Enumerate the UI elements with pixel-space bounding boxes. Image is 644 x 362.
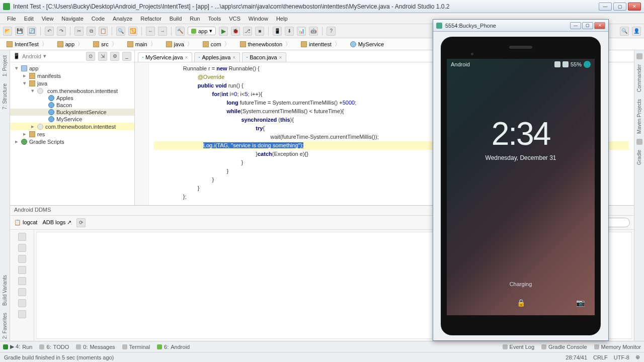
gear-icon[interactable]: ⚙	[110, 52, 119, 61]
commander-icon[interactable]	[636, 53, 642, 59]
tab-apples[interactable]: Apples.java×	[194, 52, 240, 62]
tree-buckysintentservice[interactable]: BuckysIntentService	[10, 109, 134, 116]
close-tab-icon[interactable]: ×	[279, 55, 282, 60]
phone-screen[interactable]: Android 55% 2:34 Wednesday, December 31 …	[447, 59, 595, 315]
tree-bacon[interactable]: Bacon	[10, 102, 134, 109]
paste-icon[interactable]: 📋	[99, 27, 108, 36]
sidebar-commander[interactable]: Commander	[636, 62, 642, 94]
emu-minimize[interactable]: —	[570, 22, 581, 29]
sidebar-maven[interactable]: Maven Projects	[636, 97, 642, 136]
close-tab-icon[interactable]: ×	[232, 55, 235, 60]
undo-icon[interactable]: ↶	[45, 27, 54, 36]
hide-icon[interactable]: ⎯	[122, 52, 131, 61]
close-button[interactable]: ✕	[628, 3, 641, 11]
crumb-app[interactable]: app〉	[54, 39, 88, 49]
phone-shortcut-icon[interactable]	[457, 298, 466, 307]
sidebar-gradle[interactable]: Gradle	[636, 148, 642, 167]
encoding[interactable]: UTF-8	[614, 354, 629, 360]
minimize-button[interactable]: —	[599, 3, 612, 11]
crumb-com[interactable]: com〉	[199, 39, 234, 49]
tree-myservice[interactable]: MyService	[10, 116, 134, 123]
cut-icon[interactable]: ✂	[74, 27, 84, 36]
collapse-icon[interactable]: ⇲	[98, 52, 107, 61]
toolwin-eventlog[interactable]: Event Log	[503, 344, 535, 350]
help-icon[interactable]: ?	[327, 27, 336, 36]
open-icon[interactable]: 📂	[3, 27, 12, 36]
tree-pkg1[interactable]: ▾com.thenewboston.intenttest	[10, 87, 134, 95]
tab-bacon[interactable]: Bacon.java×	[242, 52, 286, 62]
side-btn[interactable]	[18, 277, 26, 285]
monitor-icon[interactable]: 📊	[297, 27, 306, 36]
tab-myservice[interactable]: MyService.java×	[138, 52, 192, 62]
tab-adblogs[interactable]: ADB logs ↗	[42, 219, 71, 226]
toolwin-gradleconsole[interactable]: Gradle Console	[541, 344, 587, 350]
make-icon[interactable]: 🔨	[176, 27, 185, 36]
toolwin-todo[interactable]: 6: TODO	[39, 344, 69, 350]
menu-analyze[interactable]: Analyze	[109, 15, 136, 23]
sidebar-project[interactable]: 1: Project	[2, 53, 8, 78]
menu-refactor[interactable]: Refactor	[136, 15, 166, 23]
tree-app[interactable]: ▾app	[10, 64, 134, 72]
find-icon[interactable]: 🔍	[116, 27, 125, 36]
side-btn[interactable]	[18, 299, 26, 307]
menu-view[interactable]: View	[38, 15, 58, 23]
side-btn[interactable]	[18, 310, 26, 318]
maximize-button[interactable]: ▢	[613, 3, 626, 11]
tree-gradle[interactable]: ▸Gradle Scripts	[10, 138, 134, 145]
copy-icon[interactable]: ⧉	[87, 27, 96, 36]
stop-icon[interactable]: ■	[255, 27, 264, 36]
menu-navigate[interactable]: Navigate	[57, 15, 87, 23]
tree-apples[interactable]: Apples	[10, 95, 134, 102]
debug-button[interactable]: 🐞	[231, 27, 240, 36]
crumb-java[interactable]: java〉	[163, 39, 197, 49]
tree-res[interactable]: ▸res	[10, 130, 134, 138]
toolwin-run[interactable]: ▶ 4: Run	[3, 343, 32, 350]
search-everywhere-icon[interactable]: 🔍	[620, 27, 629, 36]
tree-java[interactable]: ▾java	[10, 79, 134, 87]
crumb-project[interactable]: IntentTest〉	[3, 39, 52, 49]
menu-run[interactable]: Run	[186, 15, 204, 23]
toolwin-messages[interactable]: 0: Messages	[76, 344, 115, 350]
user-icon[interactable]: 👤	[632, 27, 641, 36]
toolwin-memorymonitor[interactable]: Memory Monitor	[594, 344, 641, 350]
camera-shortcut-icon[interactable]: 📷	[576, 298, 585, 307]
emu-maximize[interactable]: ▢	[582, 22, 593, 29]
side-btn[interactable]	[18, 288, 26, 296]
menu-window[interactable]: Window	[245, 15, 272, 23]
menu-tools[interactable]: Tools	[204, 15, 225, 23]
project-tree[interactable]: ▾app ▸manifests ▾java ▾com.thenewboston.…	[10, 62, 134, 205]
sidebar-buildvariants[interactable]: Build Variants	[2, 273, 8, 308]
menu-vcs[interactable]: VCS	[225, 15, 245, 23]
menu-edit[interactable]: Edit	[20, 15, 38, 23]
crumb-src[interactable]: src〉	[90, 39, 122, 49]
lock-icon[interactable]: 🔒	[516, 298, 525, 307]
line-ending[interactable]: CRLF	[593, 354, 608, 360]
toolwin-android[interactable]: 6: Android	[157, 344, 190, 350]
replace-icon[interactable]: 🔁	[128, 27, 137, 36]
restart-icon[interactable]: ⟳	[76, 218, 86, 227]
scroll-from-icon[interactable]: ⊙	[86, 52, 95, 61]
close-tab-icon[interactable]: ×	[185, 55, 188, 60]
emu-close[interactable]: ✕	[594, 22, 605, 29]
run-config-combo[interactable]: app ▾	[188, 27, 216, 35]
crumb-class[interactable]: MyService	[347, 40, 387, 49]
sync-icon[interactable]: 🔄	[27, 27, 36, 36]
back-icon[interactable]: ←	[146, 27, 155, 36]
sidebar-favorites[interactable]: 2: Favorites	[2, 311, 8, 341]
menu-code[interactable]: Code	[88, 15, 109, 23]
tab-logcat[interactable]: 📋 logcat	[14, 219, 37, 226]
ddms-icon[interactable]: 🤖	[309, 27, 318, 36]
tree-pkg2[interactable]: ▸com.thenewboston.intenttest	[10, 123, 134, 130]
menu-help[interactable]: Help	[272, 15, 292, 23]
emulator-window[interactable]: 5554:Buckys_Phone — ▢ ✕ Android 55% 2:34…	[433, 19, 609, 341]
toolwin-terminal[interactable]: Terminal	[122, 344, 150, 350]
menu-file[interactable]: File	[3, 15, 20, 23]
menu-build[interactable]: Build	[166, 15, 186, 23]
side-btn[interactable]	[18, 255, 26, 263]
side-btn[interactable]	[18, 244, 26, 252]
avd-icon[interactable]: 📱	[273, 27, 282, 36]
gradle-icon[interactable]	[636, 139, 642, 145]
crumb-tnb[interactable]: thenewboston〉	[236, 39, 296, 49]
crumb-pkg[interactable]: intenttest〉	[297, 39, 345, 49]
forward-icon[interactable]: →	[158, 27, 167, 36]
